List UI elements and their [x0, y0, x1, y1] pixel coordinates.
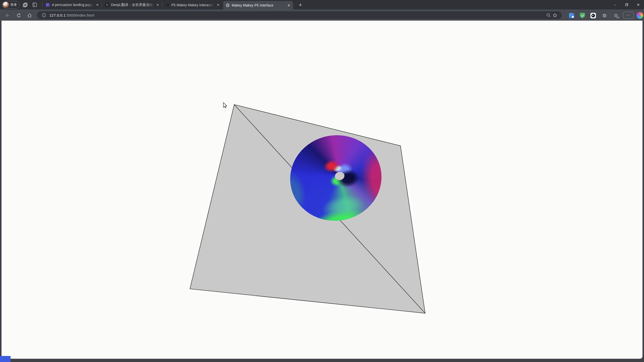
tab-close-icon[interactable]: ✕: [95, 2, 100, 8]
url-host: 127.0.0.1: [49, 13, 66, 17]
tab-close-icon[interactable]: ✕: [155, 2, 160, 8]
close-window-button[interactable]: ✕: [632, 0, 644, 10]
toolbar-divider: [611, 13, 611, 18]
browser-window: 登录 A persuasive landing page-演示文 ✕: [0, 0, 644, 362]
restore-button[interactable]: [621, 0, 632, 10]
extensions-gear-icon[interactable]: ⚙: [601, 12, 608, 19]
profile-signin-button[interactable]: 登录: [2, 1, 20, 9]
minimize-button[interactable]: –: [609, 0, 621, 10]
navigation-toolbar: 127.0.0.1:5500/index.html: [0, 10, 644, 21]
copilot-icon[interactable]: [636, 12, 643, 19]
status-chip: [0, 356, 11, 362]
favorites-list-icon[interactable]: [613, 12, 620, 19]
tabstrip-separator: [42, 3, 43, 7]
tab-makey-makey-p5-interface-active[interactable]: Makey Makey P5 Interface ✕: [223, 1, 293, 10]
back-icon[interactable]: [4, 12, 11, 19]
tab-close-icon[interactable]: ✕: [286, 3, 292, 8]
workspaces-icon[interactable]: [22, 1, 29, 8]
tab-title: Makey Makey P5 Interface: [232, 3, 286, 7]
address-bar[interactable]: 127.0.0.1:5500/index.html: [37, 11, 562, 19]
extension-shield-icon[interactable]: [579, 12, 586, 19]
extension-blue-app-icon[interactable]: [568, 12, 575, 19]
tab-divider: [102, 3, 102, 7]
url-path: :5500/index.html: [66, 13, 94, 17]
window-controls: – ✕: [609, 0, 644, 10]
tab-persuasive-landing-page[interactable]: A persuasive landing page-演示文 ✕: [43, 1, 102, 9]
window-frame: [0, 21, 644, 362]
settings-more-button[interactable]: ···: [623, 12, 634, 19]
tab-deepl-translate[interactable]: DeepL翻译：全世界最准确的翻译 ✕: [102, 1, 162, 9]
refresh-icon[interactable]: [15, 12, 22, 19]
tab-title: DeepL翻译：全世界最准确的翻译: [111, 3, 155, 7]
tab-p5-makey-makey-interaction[interactable]: P5 Makey Makey Interaction ✕: [163, 1, 222, 9]
p5-canvas[interactable]: [2, 21, 642, 359]
favorite-star-icon[interactable]: [552, 12, 558, 19]
tab-title: P5 Makey Makey Interaction: [171, 3, 215, 7]
tab-strip: 登录 A persuasive landing page-演示文 ✕: [0, 0, 644, 10]
extension-dark-logo-icon[interactable]: [590, 12, 597, 19]
deepl-arrow-icon: [105, 3, 109, 7]
new-tab-button[interactable]: +: [297, 2, 304, 9]
zoom-icon[interactable]: [545, 12, 552, 19]
tab-actions-icon[interactable]: [31, 1, 38, 8]
signin-label: 登录: [10, 3, 17, 7]
purple-app-icon: [46, 3, 50, 7]
dark-globe-icon: [165, 3, 169, 7]
home-icon[interactable]: [26, 12, 33, 19]
url-text[interactable]: 127.0.0.1:5500/index.html: [49, 13, 94, 18]
mouse-cursor: [223, 102, 228, 109]
tab-title: A persuasive landing page-演示文: [52, 3, 95, 7]
profile-avatar: [3, 2, 9, 8]
tab-divider: [162, 3, 163, 7]
globe-wireframe-icon: [226, 3, 230, 7]
site-info-icon[interactable]: [41, 12, 47, 19]
tab-close-icon[interactable]: ✕: [215, 2, 221, 8]
